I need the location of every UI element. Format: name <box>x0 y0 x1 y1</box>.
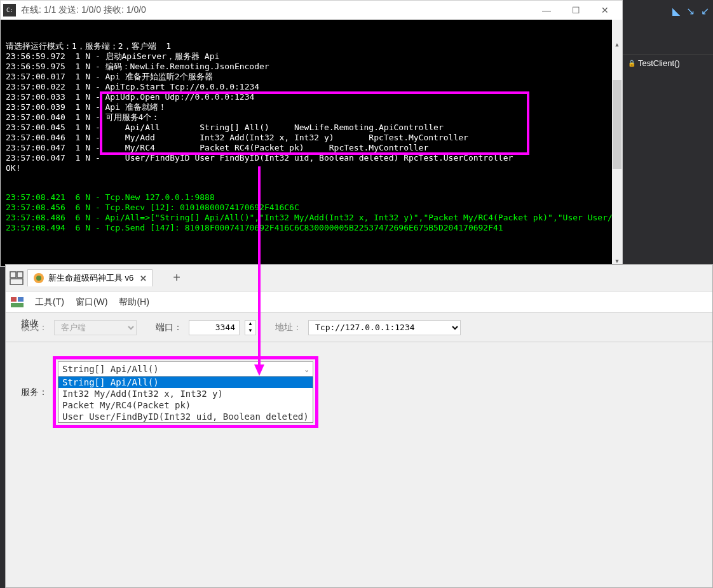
service-label: 服务： <box>21 387 48 398</box>
menubar: 工具(T) 窗口(W) 帮助(H) <box>6 291 712 313</box>
spin-down-icon[interactable]: ▼ <box>245 328 255 335</box>
ide-item[interactable]: 🔒TestClient() <box>623 54 713 72</box>
svg-rect-5 <box>10 279 23 284</box>
dropdown-list: String[] Api/All()Int32 My/Add(Int32 x, … <box>58 377 313 423</box>
terminal-icon: C:\ <box>3 4 16 17</box>
spin-up-icon[interactable]: ▲ <box>245 321 255 328</box>
svg-rect-9 <box>18 297 24 302</box>
service-dropdown[interactable]: String[] Api/All() ⌄ String[] Api/All()I… <box>58 361 313 423</box>
scrollbar-thumb[interactable] <box>613 80 621 169</box>
menu-icon[interactable] <box>11 296 24 309</box>
tab-close-icon[interactable]: ✕ <box>140 274 147 283</box>
svg-rect-4 <box>17 272 23 277</box>
maximize-button[interactable]: ☐ <box>561 1 590 20</box>
tab-title: 新生命超级码神工具 v6 <box>48 272 133 284</box>
menu-window[interactable]: 窗口(W) <box>76 297 108 308</box>
svg-rect-3 <box>10 272 16 277</box>
ide-panel: ◣ ↘ ↙ 🔒TestClient() <box>623 0 713 95</box>
new-tab-button[interactable]: + <box>166 269 187 286</box>
port-label: 端口： <box>156 322 182 333</box>
port-input[interactable] <box>189 320 240 335</box>
console-output: 请选择运行模式：1，服务端；2，客户端 123:56:59.972 1 N - … <box>1 20 622 266</box>
tabbar: 新生命超级码神工具 v6 ✕ + <box>6 265 712 291</box>
console-window: C:\ 在线: 1/1 发送: 1/0/0 接收: 1/0/0 — ☐ ✕ 请选… <box>0 0 623 267</box>
console-title: 在线: 1/1 发送: 1/0/0 接收: 1/0/0 <box>21 4 532 16</box>
service-input[interactable]: String[] Api/All() ⌄ <box>58 361 313 377</box>
mode-select[interactable]: 客户端 <box>54 320 137 335</box>
minimize-button[interactable]: — <box>532 1 561 20</box>
lock-icon: 🔒 <box>628 60 635 67</box>
client-window: 新生命超级码神工具 v6 ✕ + 工具(T) 窗口(W) 帮助(H) 模式： 客… <box>5 264 713 588</box>
svg-rect-8 <box>11 297 17 302</box>
console-titlebar: C:\ 在线: 1/1 发送: 1/0/0 接收: 1/0/0 — ☐ ✕ <box>1 1 622 20</box>
service-option[interactable]: String[] Api/All() <box>58 377 313 388</box>
chevron-down-icon: ⌄ <box>305 366 309 373</box>
menu-tools[interactable]: 工具(T) <box>35 297 64 308</box>
window-grid-icon[interactable] <box>10 271 24 285</box>
svg-text:C:\: C:\ <box>6 7 13 13</box>
svg-point-7 <box>36 276 41 281</box>
highlight-box-1 <box>100 91 529 155</box>
service-option[interactable]: Packet My/RC4(Packet pk) <box>58 399 313 411</box>
service-option[interactable]: User User/FindByID(Int32 uid, Boolean de… <box>58 411 313 422</box>
port-spinner[interactable]: ▲▼ <box>245 320 256 335</box>
close-button[interactable]: ✕ <box>590 1 620 20</box>
addr-label: 地址： <box>275 322 302 333</box>
menu-help[interactable]: 帮助(H) <box>119 297 149 308</box>
app-icon <box>33 272 44 284</box>
highlight-box-2: String[] Api/All() ⌄ String[] Api/All()I… <box>53 356 318 428</box>
service-option[interactable]: Int32 My/Add(Int32 x, Int32 y) <box>58 388 313 399</box>
nav-back-icon[interactable]: ↘ <box>686 5 695 17</box>
svg-rect-10 <box>11 303 24 307</box>
service-selected: String[] Api/All() <box>62 364 159 374</box>
tab[interactable]: 新生命超级码神工具 v6 ✕ <box>27 269 153 286</box>
nav-forward-icon[interactable]: ↙ <box>701 5 709 17</box>
addr-select[interactable]: Tcp://127.0.0.1:1234 <box>308 320 461 335</box>
scrollbar[interactable]: ▲ ▼ <box>612 20 622 266</box>
scroll-up-icon[interactable]: ▲ <box>612 39 622 50</box>
bookmark-icon[interactable]: ◣ <box>672 5 680 17</box>
